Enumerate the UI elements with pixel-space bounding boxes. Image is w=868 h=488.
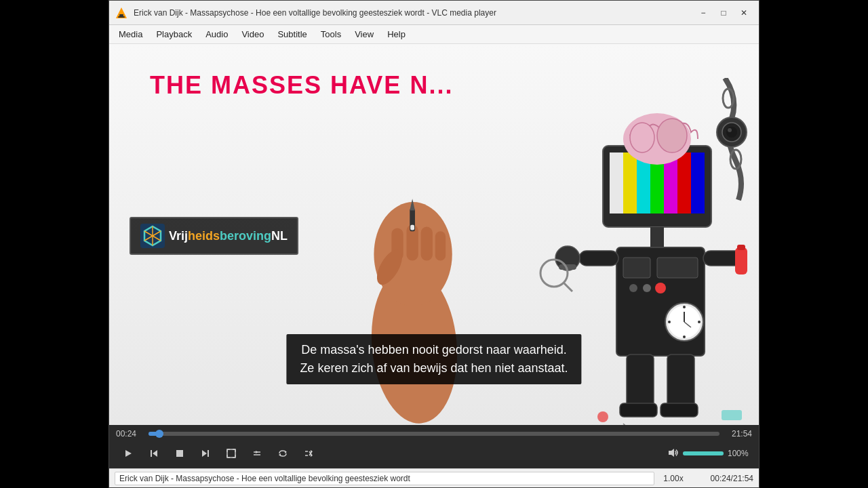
control-buttons: 100% bbox=[109, 440, 759, 468]
svg-marker-71 bbox=[202, 450, 207, 457]
menu-tools[interactable]: Tools bbox=[314, 26, 348, 42]
svg-point-49 bbox=[683, 336, 686, 338]
svg-line-63 bbox=[564, 283, 572, 291]
window-title: Erick van Dijk - Massapsychose - Hoe een… bbox=[134, 8, 694, 18]
svg-point-41 bbox=[629, 284, 637, 292]
svg-point-50 bbox=[668, 321, 671, 323]
video-content: THE MASSES HAVE N... bbox=[109, 44, 759, 425]
subtitle-line-1: De massa's hebben nooit gedorst naar waa… bbox=[300, 341, 568, 359]
svg-point-51 bbox=[698, 321, 701, 323]
menu-bar: Media Playback Audio Video Subtitle Tool… bbox=[109, 25, 759, 44]
svg-marker-68 bbox=[153, 450, 157, 457]
menu-audio[interactable]: Audio bbox=[199, 26, 235, 42]
progress-thumb bbox=[155, 430, 163, 438]
volume-fill bbox=[683, 451, 724, 455]
video-area[interactable]: THE MASSES HAVE N... bbox=[109, 44, 759, 425]
svg-rect-52 bbox=[579, 251, 618, 266]
svg-rect-58 bbox=[627, 354, 654, 409]
window-controls: − □ ✕ bbox=[694, 5, 753, 21]
svg-rect-40 bbox=[657, 258, 698, 278]
svg-marker-66 bbox=[125, 450, 132, 457]
time-total: 21:54 bbox=[725, 429, 752, 439]
status-time: 00:24/21:54 bbox=[692, 474, 753, 483]
svg-rect-1 bbox=[119, 14, 123, 16]
svg-rect-60 bbox=[620, 403, 657, 417]
loop-button[interactable] bbox=[271, 443, 295, 464]
menu-view[interactable]: View bbox=[348, 26, 380, 42]
volume-icon[interactable] bbox=[668, 447, 679, 460]
svg-point-48 bbox=[683, 306, 686, 308]
volume-track[interactable] bbox=[683, 451, 724, 455]
svg-point-33 bbox=[657, 119, 687, 152]
svg-rect-67 bbox=[151, 450, 152, 457]
menu-playback[interactable]: Playback bbox=[149, 26, 199, 42]
menu-media[interactable]: Media bbox=[112, 26, 149, 42]
vrijheidsberoving-logo-icon bbox=[140, 224, 165, 248]
stop-button[interactable] bbox=[167, 443, 192, 464]
svg-rect-57 bbox=[737, 245, 745, 250]
status-bar: Erick van Dijk - Massapsychose - Hoe een… bbox=[109, 468, 759, 487]
svg-rect-29 bbox=[691, 152, 705, 214]
menu-help[interactable]: Help bbox=[380, 26, 412, 42]
svg-point-37 bbox=[728, 128, 732, 132]
svg-rect-61 bbox=[660, 403, 698, 417]
fullscreen-button[interactable] bbox=[219, 443, 243, 464]
svg-marker-75 bbox=[256, 451, 258, 453]
minimize-button[interactable]: − bbox=[694, 5, 713, 21]
play-button[interactable] bbox=[116, 443, 140, 464]
svg-rect-59 bbox=[667, 354, 694, 409]
progress-bar-container: 00:24 21:54 bbox=[109, 425, 759, 440]
svg-rect-65 bbox=[722, 410, 742, 420]
subtitle-line-2: Ze keren zich af van bewijs dat hen niet… bbox=[300, 359, 568, 378]
svg-rect-24 bbox=[623, 152, 637, 214]
svg-point-42 bbox=[643, 284, 651, 292]
title-bar: Erick van Dijk - Massapsychose - Hoe een… bbox=[109, 1, 759, 25]
svg-point-32 bbox=[630, 123, 654, 152]
status-speed: 1.00x bbox=[660, 474, 687, 483]
svg-rect-70 bbox=[208, 450, 209, 457]
toggle-button[interactable] bbox=[245, 443, 269, 464]
logo-overlay: VrijheidsberovingNL bbox=[130, 217, 298, 255]
logo-text: VrijheidsberovingNL bbox=[169, 229, 288, 243]
vlc-cone-icon bbox=[115, 6, 128, 20]
status-title: Erick van Dijk - Massapsychose - Hoe een… bbox=[115, 472, 654, 485]
svg-marker-84 bbox=[669, 449, 674, 457]
svg-point-43 bbox=[655, 283, 666, 293]
controls-area: 00:24 21:54 bbox=[109, 425, 759, 468]
svg-rect-30 bbox=[650, 227, 664, 247]
close-button[interactable]: ✕ bbox=[734, 5, 753, 21]
svg-rect-69 bbox=[176, 450, 183, 457]
subtitle-overlay: De massa's hebben nooit gedorst naar waa… bbox=[286, 334, 581, 384]
svg-rect-28 bbox=[677, 152, 691, 214]
svg-rect-56 bbox=[735, 247, 747, 274]
svg-rect-39 bbox=[623, 258, 650, 278]
time-current: 00:24 bbox=[116, 429, 143, 439]
svg-point-36 bbox=[726, 127, 737, 138]
app-window: Erick van Dijk - Massapsychose - Hoe een… bbox=[108, 0, 760, 488]
shuffle-button[interactable] bbox=[296, 443, 321, 464]
progress-track[interactable] bbox=[149, 432, 719, 436]
maximize-button[interactable]: □ bbox=[714, 5, 733, 21]
svg-rect-2 bbox=[118, 16, 125, 18]
svg-rect-8 bbox=[435, 231, 446, 260]
svg-rect-12 bbox=[410, 225, 414, 230]
volume-area: 100% bbox=[668, 447, 752, 460]
menu-subtitle[interactable]: Subtitle bbox=[271, 26, 313, 42]
volume-label: 100% bbox=[728, 449, 752, 458]
prev-button[interactable] bbox=[142, 443, 166, 464]
menu-video[interactable]: Video bbox=[235, 26, 271, 42]
svg-rect-23 bbox=[610, 152, 623, 214]
next-button[interactable] bbox=[193, 443, 218, 464]
svg-point-64 bbox=[597, 411, 608, 422]
svg-rect-7 bbox=[421, 227, 433, 261]
svg-rect-72 bbox=[227, 449, 235, 458]
